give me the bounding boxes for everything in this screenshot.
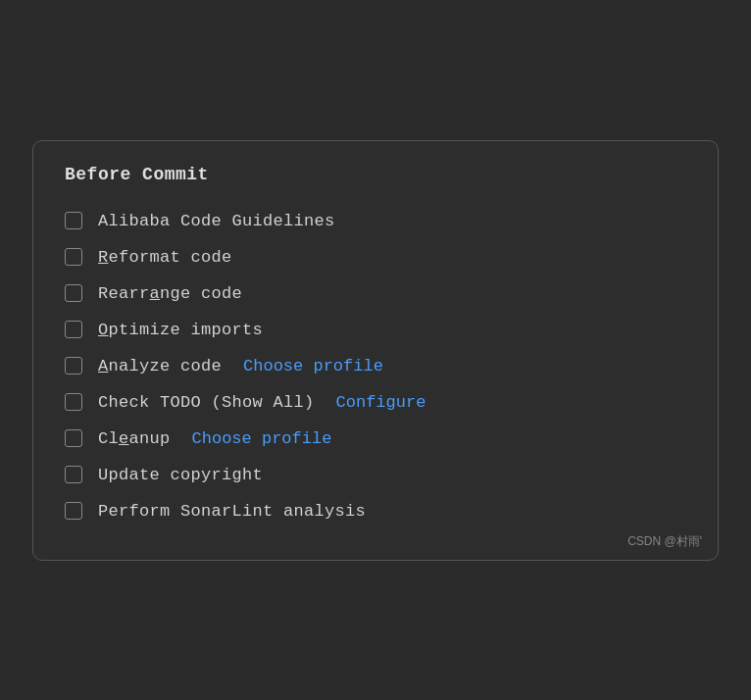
checktodo-checkbox[interactable] xyxy=(65,393,82,411)
underline-char: R xyxy=(98,248,109,267)
sonarlint-label: Perform SonarLint analysis xyxy=(98,502,366,521)
rearrange-label: Rearrange code xyxy=(98,284,242,303)
analyze-label: Analyze code xyxy=(98,357,222,375)
list-item: Analyze code Choose profile xyxy=(65,353,686,379)
reformat-checkbox[interactable] xyxy=(65,248,82,266)
reformat-label: Reformat code xyxy=(98,248,232,267)
analyze-choose-profile-link[interactable]: Choose profile xyxy=(243,357,383,375)
list-item: Alibaba Code Guidelines xyxy=(65,208,686,234)
copyright-label: Update copyright xyxy=(98,466,263,484)
optimize-label: Optimize imports xyxy=(98,321,263,339)
list-item: Update copyright xyxy=(65,462,686,488)
underline-char: a xyxy=(150,284,161,303)
optimize-checkbox[interactable] xyxy=(65,321,82,338)
checktodo-label: Check TODO (Show All) xyxy=(98,393,315,412)
card-title: Before Commit xyxy=(65,165,686,184)
rearrange-checkbox[interactable] xyxy=(65,284,82,302)
before-commit-card: Before Commit Alibaba Code Guidelines Re… xyxy=(32,140,719,561)
analyze-checkbox[interactable] xyxy=(65,357,82,375)
list-item: Perform SonarLint analysis xyxy=(65,498,686,525)
configure-link[interactable]: Configure xyxy=(336,393,426,412)
list-item: Check TODO (Show All) Configure xyxy=(65,389,686,416)
underline-char: A xyxy=(98,357,109,375)
cleanup-choose-profile-link[interactable]: Choose profile xyxy=(192,429,332,448)
watermark: CSDN @村雨' xyxy=(627,533,702,550)
copyright-checkbox[interactable] xyxy=(65,466,82,483)
checkbox-list: Alibaba Code Guidelines Reformat code Re… xyxy=(65,208,686,525)
sonarlint-checkbox[interactable] xyxy=(65,502,82,520)
list-item: Cleanup Choose profile xyxy=(65,425,686,452)
list-item: Reformat code xyxy=(65,244,686,271)
list-item: Optimize imports xyxy=(65,317,686,343)
cleanup-label: Cleanup xyxy=(98,429,171,448)
alibaba-checkbox[interactable] xyxy=(65,212,82,229)
list-item: Rearrange code xyxy=(65,280,686,307)
alibaba-label: Alibaba Code Guidelines xyxy=(98,212,335,230)
underline-char: O xyxy=(98,321,109,339)
cleanup-checkbox[interactable] xyxy=(65,429,82,447)
underline-char: e xyxy=(119,429,129,448)
